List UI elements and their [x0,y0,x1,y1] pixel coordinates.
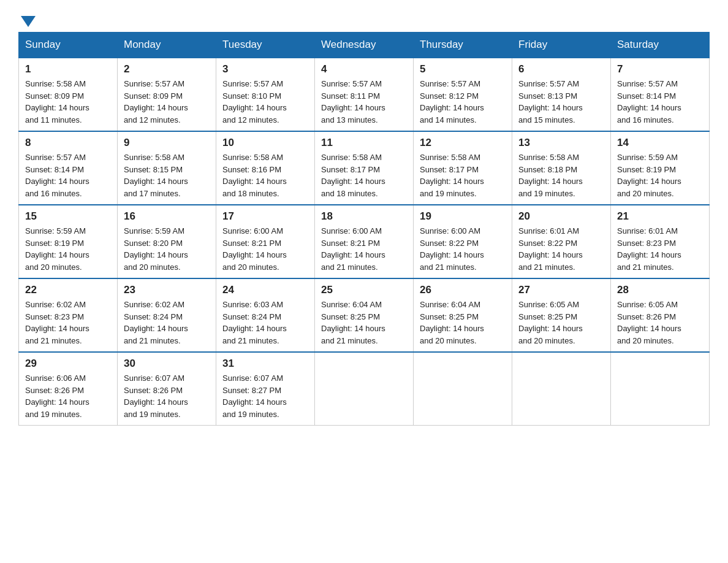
calendar-cell: 18 Sunrise: 6:00 AM Sunset: 8:21 PM Dayl… [315,205,414,278]
calendar-cell: 14 Sunrise: 5:59 AM Sunset: 8:19 PM Dayl… [611,131,710,205]
day-info: Sunrise: 5:58 AM Sunset: 8:17 PM Dayligh… [321,151,407,199]
weekday-header-sunday: Sunday [19,33,118,58]
day-number: 3 [222,63,308,75]
day-info: Sunrise: 5:57 AM Sunset: 8:14 PM Dayligh… [25,151,111,199]
day-number: 26 [420,284,506,296]
calendar-cell: 2 Sunrise: 5:57 AM Sunset: 8:09 PM Dayli… [118,58,216,131]
calendar-week-row: 22 Sunrise: 6:02 AM Sunset: 8:23 PM Dayl… [19,278,710,352]
day-number: 17 [222,210,308,223]
calendar-header-row: SundayMondayTuesdayWednesdayThursdayFrid… [19,33,710,58]
day-info: Sunrise: 5:57 AM Sunset: 8:12 PM Dayligh… [420,78,506,126]
day-info: Sunrise: 6:02 AM Sunset: 8:24 PM Dayligh… [124,299,210,347]
day-number: 2 [124,63,210,75]
day-info: Sunrise: 6:05 AM Sunset: 8:26 PM Dayligh… [617,299,703,347]
calendar-cell: 30 Sunrise: 6:07 AM Sunset: 8:26 PM Dayl… [118,352,216,426]
calendar-cell: 27 Sunrise: 6:05 AM Sunset: 8:25 PM Dayl… [512,278,611,352]
day-info: Sunrise: 6:00 AM Sunset: 8:22 PM Dayligh… [420,225,506,273]
weekday-header-saturday: Saturday [611,33,710,58]
calendar-cell: 21 Sunrise: 6:01 AM Sunset: 8:23 PM Dayl… [611,205,710,278]
logo [18,12,36,26]
day-info: Sunrise: 6:07 AM Sunset: 8:26 PM Dayligh… [124,372,210,420]
day-info: Sunrise: 6:03 AM Sunset: 8:24 PM Dayligh… [222,299,308,347]
weekday-header-thursday: Thursday [414,33,512,58]
calendar-week-row: 8 Sunrise: 5:57 AM Sunset: 8:14 PM Dayli… [19,131,710,205]
calendar-cell: 29 Sunrise: 6:06 AM Sunset: 8:26 PM Dayl… [19,352,118,426]
day-info: Sunrise: 6:04 AM Sunset: 8:25 PM Dayligh… [420,299,506,347]
calendar-cell: 28 Sunrise: 6:05 AM Sunset: 8:26 PM Dayl… [611,278,710,352]
calendar-cell: 9 Sunrise: 5:58 AM Sunset: 8:15 PM Dayli… [118,131,216,205]
calendar-cell [414,352,512,426]
day-info: Sunrise: 6:04 AM Sunset: 8:25 PM Dayligh… [321,299,407,347]
day-info: Sunrise: 5:57 AM Sunset: 8:13 PM Dayligh… [518,78,604,126]
day-info: Sunrise: 5:57 AM Sunset: 8:09 PM Dayligh… [124,78,210,126]
day-number: 18 [321,210,407,223]
day-number: 28 [617,284,703,296]
day-number: 29 [25,358,111,370]
day-info: Sunrise: 6:07 AM Sunset: 8:27 PM Dayligh… [222,372,308,420]
calendar-cell: 20 Sunrise: 6:01 AM Sunset: 8:22 PM Dayl… [512,205,611,278]
calendar-cell: 25 Sunrise: 6:04 AM Sunset: 8:25 PM Dayl… [315,278,414,352]
day-info: Sunrise: 6:05 AM Sunset: 8:25 PM Dayligh… [518,299,604,347]
calendar-cell: 6 Sunrise: 5:57 AM Sunset: 8:13 PM Dayli… [512,58,611,131]
day-number: 9 [124,137,210,149]
calendar-cell: 4 Sunrise: 5:57 AM Sunset: 8:11 PM Dayli… [315,58,414,131]
calendar-table: SundayMondayTuesdayWednesdayThursdayFrid… [18,32,710,426]
calendar-cell: 7 Sunrise: 5:57 AM Sunset: 8:14 PM Dayli… [611,58,710,131]
day-info: Sunrise: 5:57 AM Sunset: 8:11 PM Dayligh… [321,78,407,126]
day-number: 22 [25,284,111,296]
calendar-cell: 10 Sunrise: 5:58 AM Sunset: 8:16 PM Dayl… [216,131,315,205]
day-number: 8 [25,137,111,149]
day-number: 25 [321,284,407,296]
day-number: 14 [617,137,703,149]
weekday-header-tuesday: Tuesday [216,33,315,58]
calendar-cell: 23 Sunrise: 6:02 AM Sunset: 8:24 PM Dayl… [118,278,216,352]
day-number: 10 [222,137,308,149]
day-number: 16 [124,210,210,223]
day-info: Sunrise: 5:58 AM Sunset: 8:09 PM Dayligh… [25,78,111,126]
calendar-cell: 3 Sunrise: 5:57 AM Sunset: 8:10 PM Dayli… [216,58,315,131]
day-number: 24 [222,284,308,296]
calendar-cell: 16 Sunrise: 5:59 AM Sunset: 8:20 PM Dayl… [118,205,216,278]
day-info: Sunrise: 6:01 AM Sunset: 8:22 PM Dayligh… [518,225,604,273]
calendar-cell [512,352,611,426]
day-info: Sunrise: 5:57 AM Sunset: 8:14 PM Dayligh… [617,78,703,126]
calendar-cell: 24 Sunrise: 6:03 AM Sunset: 8:24 PM Dayl… [216,278,315,352]
day-info: Sunrise: 5:59 AM Sunset: 8:19 PM Dayligh… [617,151,703,199]
page-header [18,12,710,26]
day-number: 4 [321,63,407,75]
calendar-cell: 5 Sunrise: 5:57 AM Sunset: 8:12 PM Dayli… [414,58,512,131]
calendar-cell: 17 Sunrise: 6:00 AM Sunset: 8:21 PM Dayl… [216,205,315,278]
day-info: Sunrise: 5:58 AM Sunset: 8:16 PM Dayligh… [222,151,308,199]
day-number: 12 [420,137,506,149]
day-info: Sunrise: 6:01 AM Sunset: 8:23 PM Dayligh… [617,225,703,273]
calendar-cell: 31 Sunrise: 6:07 AM Sunset: 8:27 PM Dayl… [216,352,315,426]
calendar-week-row: 29 Sunrise: 6:06 AM Sunset: 8:26 PM Dayl… [19,352,710,426]
day-info: Sunrise: 5:58 AM Sunset: 8:18 PM Dayligh… [518,151,604,199]
day-number: 20 [518,210,604,223]
day-number: 21 [617,210,703,223]
calendar-cell: 26 Sunrise: 6:04 AM Sunset: 8:25 PM Dayl… [414,278,512,352]
day-number: 30 [124,358,210,370]
day-number: 13 [518,137,604,149]
day-number: 15 [25,210,111,223]
calendar-cell: 1 Sunrise: 5:58 AM Sunset: 8:09 PM Dayli… [19,58,118,131]
day-number: 11 [321,137,407,149]
day-number: 7 [617,63,703,75]
calendar-week-row: 15 Sunrise: 5:59 AM Sunset: 8:19 PM Dayl… [19,205,710,278]
day-info: Sunrise: 5:57 AM Sunset: 8:10 PM Dayligh… [222,78,308,126]
calendar-cell [611,352,710,426]
day-info: Sunrise: 6:00 AM Sunset: 8:21 PM Dayligh… [321,225,407,273]
calendar-cell: 12 Sunrise: 5:58 AM Sunset: 8:17 PM Dayl… [414,131,512,205]
calendar-cell: 15 Sunrise: 5:59 AM Sunset: 8:19 PM Dayl… [19,205,118,278]
calendar-week-row: 1 Sunrise: 5:58 AM Sunset: 8:09 PM Dayli… [19,58,710,131]
day-number: 23 [124,284,210,296]
calendar-cell [315,352,414,426]
day-info: Sunrise: 5:59 AM Sunset: 8:19 PM Dayligh… [25,225,111,273]
day-info: Sunrise: 5:58 AM Sunset: 8:17 PM Dayligh… [420,151,506,199]
day-info: Sunrise: 5:59 AM Sunset: 8:20 PM Dayligh… [124,225,210,273]
day-info: Sunrise: 6:06 AM Sunset: 8:26 PM Dayligh… [25,372,111,420]
day-number: 31 [222,358,308,370]
day-number: 1 [25,63,111,75]
day-info: Sunrise: 6:02 AM Sunset: 8:23 PM Dayligh… [25,299,111,347]
calendar-cell: 11 Sunrise: 5:58 AM Sunset: 8:17 PM Dayl… [315,131,414,205]
